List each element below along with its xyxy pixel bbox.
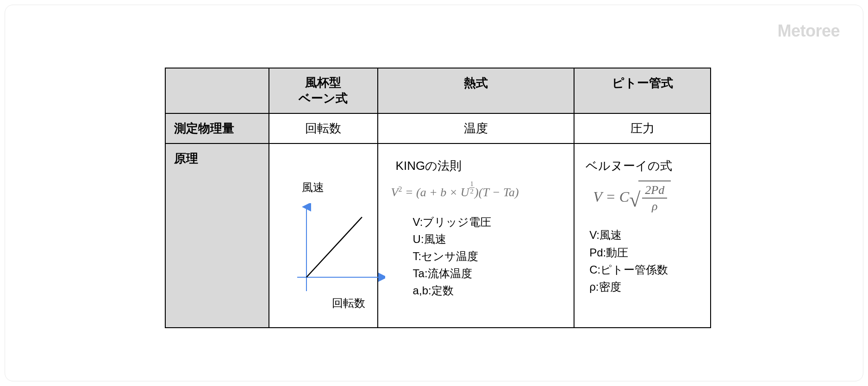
measured-label: 測定物理量 [165, 113, 269, 143]
header-blank [165, 68, 269, 113]
measured-heat: 温度 [378, 113, 575, 143]
content-frame: Metoree 風杯型 ベーン式 熱式 ピトー管式 測定物理量 回転数 温度 圧… [5, 5, 863, 381]
measured-cup: 回転数 [269, 113, 377, 143]
principle-label: 原理 [165, 143, 269, 328]
principle-cup: 風速 [269, 143, 377, 328]
comparison-table: 風杯型 ベーン式 熱式 ピトー管式 測定物理量 回転数 温度 圧力 原理 風速 [165, 68, 711, 328]
heat-formula: V2 = (a + b × U^12)(T − Ta) [391, 181, 565, 199]
chart-y-label: 風速 [302, 180, 324, 195]
legend-item: T:センサ温度 [413, 248, 565, 265]
legend-item: ρ:密度 [589, 278, 701, 295]
header-pitot: ピトー管式 [574, 68, 711, 113]
pitot-formula: V = C√2Pdρ [593, 181, 701, 214]
pitot-title: ベルヌーイの式 [586, 158, 701, 174]
legend-item: V:風速 [589, 226, 701, 243]
heat-legend: V:ブリッジ電圧 U:風速 T:センサ温度 Ta:流体温度 a,b:定数 [413, 213, 565, 299]
principle-heat: KINGの法則 V2 = (a + b × U^12)(T − Ta) V:ブリ… [378, 143, 575, 328]
watermark: Metoree [777, 21, 840, 41]
legend-item: U:風速 [413, 230, 565, 248]
measured-pitot: 圧力 [574, 113, 711, 143]
line-chart-icon [293, 203, 385, 296]
header-heat: 熱式 [378, 68, 575, 113]
legend-item: Pd:動圧 [589, 244, 701, 261]
legend-item: C:ピトー管係数 [589, 261, 701, 278]
legend-item: V:ブリッジ電圧 [413, 213, 565, 230]
principle-pitot: ベルヌーイの式 V = C√2Pdρ V:風速 Pd:動圧 C:ピトー管係数 ρ… [574, 143, 711, 328]
header-cup: 風杯型 ベーン式 [269, 68, 377, 113]
pitot-legend: V:風速 Pd:動圧 C:ピトー管係数 ρ:密度 [589, 226, 701, 295]
legend-item: a,b:定数 [413, 282, 565, 299]
legend-item: Ta:流体温度 [413, 265, 565, 282]
chart-x-label: 回転数 [332, 296, 365, 311]
svg-line-2 [306, 217, 362, 277]
heat-title: KINGの法則 [396, 158, 565, 174]
measured-row: 測定物理量 回転数 温度 圧力 [165, 113, 711, 143]
header-row: 風杯型 ベーン式 熱式 ピトー管式 [165, 68, 711, 113]
principle-row: 原理 風速 [165, 143, 711, 328]
